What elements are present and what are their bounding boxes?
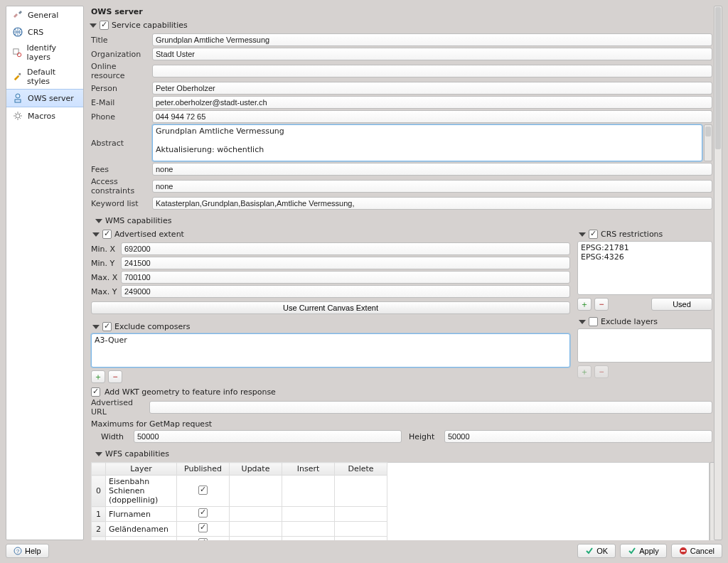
sidebar-item-default-styles[interactable]: Default styles bbox=[6, 65, 83, 89]
person-input[interactable] bbox=[152, 82, 712, 95]
use-canvas-extent-button[interactable]: Use Current Canvas Extent bbox=[91, 301, 570, 314]
section-wms-capabilities: WMS capabilities Advertised extent Min. … bbox=[88, 214, 712, 443]
sidebar-item-ows-server[interactable]: OWS server bbox=[6, 89, 83, 107]
help-label: Help bbox=[25, 547, 41, 555]
cell-delete[interactable] bbox=[335, 522, 387, 537]
label-maxx: Max. X bbox=[91, 273, 121, 282]
main-scrollbar[interactable] bbox=[714, 6, 722, 540]
remove-layer-button[interactable]: − bbox=[594, 365, 609, 378]
sidebar-item-macros[interactable]: Macros bbox=[6, 107, 83, 124]
exclude-composers-checkbox[interactable] bbox=[102, 322, 112, 331]
cell-delete[interactable] bbox=[335, 507, 387, 522]
cell-published[interactable] bbox=[177, 507, 230, 522]
cell-published[interactable] bbox=[177, 537, 230, 541]
col-published[interactable]: Published bbox=[177, 463, 230, 476]
col-insert[interactable]: Insert bbox=[282, 463, 335, 476]
label-title: Title bbox=[91, 36, 152, 45]
label-width: Width bbox=[98, 432, 127, 441]
advertised-extent-checkbox[interactable] bbox=[102, 230, 112, 239]
cell-layer[interactable]: Eisenbahn Schienen (doppellinig) bbox=[106, 476, 177, 507]
help-button[interactable]: ? Help bbox=[6, 544, 49, 558]
cancel-button[interactable]: Cancel bbox=[671, 544, 722, 558]
cell-insert[interactable] bbox=[282, 522, 335, 537]
cell-published[interactable] bbox=[177, 522, 230, 537]
cell-layer[interactable]: Bodenbedec... bbox=[106, 537, 177, 541]
getmap-width-input[interactable] bbox=[134, 430, 402, 443]
sidebar-item-crs[interactable]: CRS bbox=[6, 23, 83, 41]
phone-input[interactable] bbox=[152, 110, 712, 123]
subsection-exclude-composers: Exclude composers A3-Quer ＋ − bbox=[91, 320, 570, 383]
sidebar-item-label: CRS bbox=[28, 28, 43, 37]
section-header-service-caps[interactable]: Service capabilities bbox=[88, 18, 712, 32]
subsection-header-crs-restrictions[interactable]: CRS restrictions bbox=[577, 227, 712, 241]
ok-button[interactable]: OK bbox=[577, 544, 616, 558]
subsection-header-advertised-extent[interactable]: Advertised extent bbox=[91, 227, 570, 241]
cell-published[interactable] bbox=[177, 476, 230, 507]
list-item[interactable]: EPSG:21781 bbox=[581, 243, 709, 252]
service-caps-checkbox[interactable] bbox=[100, 21, 109, 30]
sidebar-item-general[interactable]: General bbox=[6, 6, 83, 23]
label-online-resource: Online resource bbox=[91, 62, 152, 80]
subsection-header-exclude-composers[interactable]: Exclude composers bbox=[91, 320, 570, 333]
miny-input[interactable] bbox=[121, 257, 570, 269]
remove-crs-button[interactable]: − bbox=[594, 298, 609, 311]
chevron-down-icon bbox=[90, 23, 97, 28]
wkt-geometry-checkbox[interactable] bbox=[91, 387, 100, 397]
maxy-input[interactable] bbox=[121, 285, 570, 298]
subsection-header-exclude-layers[interactable]: Exclude layers bbox=[577, 315, 712, 328]
section-header-wfs[interactable]: WFS capabilities bbox=[94, 447, 712, 461]
abstract-textarea[interactable] bbox=[152, 124, 702, 161]
organization-input[interactable] bbox=[152, 48, 712, 60]
cell-delete[interactable] bbox=[335, 537, 387, 541]
add-composer-button[interactable]: ＋ bbox=[91, 370, 105, 383]
crs-used-button[interactable]: Used bbox=[651, 298, 712, 311]
cell-insert[interactable] bbox=[282, 537, 335, 541]
cell-layer[interactable]: Geländenamen bbox=[106, 522, 177, 537]
published-checkbox[interactable] bbox=[198, 538, 208, 540]
cell-insert[interactable] bbox=[282, 476, 335, 507]
abstract-scrollbar[interactable] bbox=[704, 124, 712, 161]
exclude-layers-list[interactable] bbox=[577, 328, 712, 363]
maxx-input[interactable] bbox=[121, 271, 570, 284]
cancel-icon bbox=[679, 547, 687, 555]
published-checkbox[interactable] bbox=[198, 523, 208, 532]
advertised-url-input[interactable] bbox=[149, 401, 712, 414]
keyword-list-input[interactable] bbox=[152, 197, 712, 210]
cell-delete[interactable] bbox=[335, 476, 387, 507]
sidebar: General CRS Identify layers Default styl… bbox=[6, 6, 84, 540]
crs-restrictions-list[interactable]: EPSG:21781 EPSG:4326 bbox=[577, 241, 712, 295]
online-resource-input[interactable] bbox=[152, 65, 712, 77]
exclude-layers-checkbox[interactable] bbox=[589, 317, 598, 326]
cell-update[interactable] bbox=[230, 522, 282, 537]
apply-button[interactable]: Apply bbox=[620, 544, 667, 558]
cell-update[interactable] bbox=[230, 476, 282, 507]
crs-restrictions-checkbox[interactable] bbox=[589, 230, 598, 239]
col-update[interactable]: Update bbox=[230, 463, 282, 476]
add-crs-button[interactable]: ＋ bbox=[577, 298, 592, 311]
section-wfs-capabilities: WFS capabilities Layer Published Update … bbox=[88, 447, 712, 540]
cell-layer[interactable]: Flurnamen bbox=[106, 507, 177, 522]
add-layer-button[interactable]: ＋ bbox=[577, 365, 592, 378]
getmap-height-input[interactable] bbox=[444, 430, 712, 443]
list-item[interactable]: A3-Quer bbox=[95, 336, 567, 345]
cell-insert[interactable] bbox=[282, 507, 335, 522]
published-checkbox[interactable] bbox=[198, 486, 208, 495]
col-delete[interactable]: Delete bbox=[335, 463, 387, 476]
exclude-composers-list[interactable]: A3-Quer bbox=[91, 333, 570, 368]
col-layer[interactable]: Layer bbox=[106, 463, 177, 476]
minx-input[interactable] bbox=[121, 242, 570, 255]
cell-update[interactable] bbox=[230, 507, 282, 522]
title-input[interactable] bbox=[152, 33, 712, 46]
sidebar-item-identify-layers[interactable]: Identify layers bbox=[6, 41, 83, 65]
label-maxy: Max. Y bbox=[91, 287, 121, 296]
section-header-wms[interactable]: WMS capabilities bbox=[94, 214, 712, 227]
fees-input[interactable] bbox=[152, 163, 712, 176]
remove-composer-button[interactable]: − bbox=[108, 370, 122, 383]
access-constraints-input[interactable] bbox=[152, 180, 712, 193]
cell-update[interactable] bbox=[230, 537, 282, 541]
email-input[interactable] bbox=[152, 96, 712, 109]
row-number: 0 bbox=[92, 476, 106, 507]
published-checkbox[interactable] bbox=[198, 508, 208, 518]
list-item[interactable]: EPSG:4326 bbox=[581, 252, 709, 262]
label-keyword-list: Keyword list bbox=[91, 199, 152, 208]
